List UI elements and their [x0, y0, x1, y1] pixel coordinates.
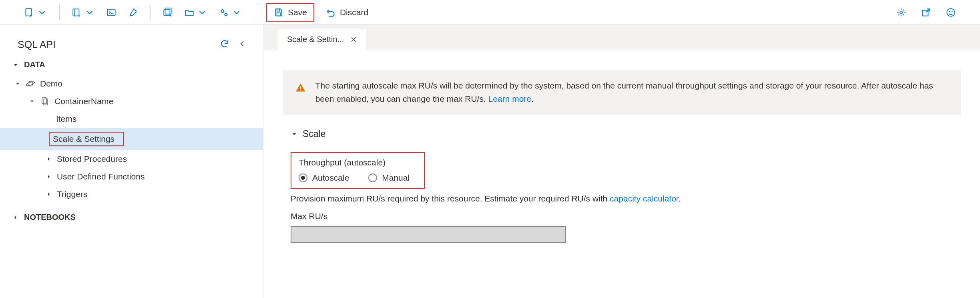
separator — [59, 5, 60, 20]
svg-point-11 — [947, 8, 955, 16]
discard-label: Discard — [340, 8, 368, 17]
scale-section-title: Scale — [303, 129, 326, 139]
desc-prefix: Provision maximum RU/s required by this … — [291, 194, 610, 203]
close-tab-icon[interactable]: ✕ — [350, 35, 357, 44]
svg-rect-0 — [26, 8, 31, 16]
chevron-down-icon — [197, 7, 207, 18]
tree-triggers[interactable]: Triggers — [0, 185, 263, 203]
clear-button[interactable] — [128, 7, 138, 18]
chevron-down-icon — [231, 7, 242, 18]
max-rus-input[interactable] — [291, 226, 566, 243]
radio-autoscale[interactable]: Autoscale — [299, 173, 349, 183]
settings-dropdown[interactable] — [219, 7, 242, 18]
tree-container[interactable]: ContainerName — [0, 93, 263, 110]
open-external-button[interactable] — [921, 7, 931, 18]
capacity-calculator-link[interactable]: capacity calculator — [610, 194, 679, 203]
undo-icon — [325, 7, 336, 18]
feedback-button[interactable] — [946, 7, 956, 18]
toolbar: Save Discard — [0, 0, 980, 25]
svg-rect-3 — [164, 9, 170, 15]
max-rus-label: Max RU/s — [291, 211, 961, 221]
scale-settings-highlight: Scale & Settings — [49, 132, 124, 146]
tree-udf-label: User Defined Functions — [57, 172, 145, 181]
svg-point-9 — [900, 11, 903, 14]
folder-icon — [184, 7, 195, 18]
collapse-button[interactable] — [237, 39, 247, 50]
chevron-down-icon — [84, 7, 95, 18]
separator — [254, 5, 254, 20]
svg-rect-1 — [73, 9, 79, 16]
discard-button[interactable]: Discard — [325, 7, 368, 18]
refresh-icon — [220, 39, 229, 48]
tree-items-label: Items — [56, 114, 76, 124]
svg-point-15 — [26, 81, 35, 87]
brush-icon — [128, 7, 138, 18]
terminal-icon — [106, 7, 116, 18]
folder-dropdown[interactable] — [184, 7, 207, 18]
section-data[interactable]: DATA — [0, 54, 263, 75]
sidebar: SQL API DATA Demo — [0, 25, 263, 298]
tree-scale-settings[interactable]: Scale & Settings — [0, 128, 263, 150]
svg-rect-4 — [165, 8, 171, 14]
learn-more-link[interactable]: Learn more — [488, 94, 531, 103]
smiley-icon — [946, 7, 956, 18]
tree-triggers-label: Triggers — [57, 189, 87, 199]
tab-scale-settings[interactable]: Scale & Settin... ✕ — [278, 28, 366, 50]
caret-right-icon — [46, 173, 52, 180]
svg-rect-17 — [43, 99, 48, 105]
save-label: Save — [288, 8, 307, 17]
radio-manual-label: Manual — [382, 173, 410, 183]
banner-message: The starting autoscale max RU/s will be … — [315, 79, 948, 105]
radio-manual[interactable]: Manual — [368, 173, 410, 183]
section-notebooks[interactable]: NOTEBOOKS — [0, 207, 263, 228]
scale-section-header[interactable]: Scale — [291, 129, 961, 139]
container-icon — [72, 7, 82, 18]
query-button[interactable] — [106, 7, 116, 18]
chevron-left-icon — [237, 39, 247, 48]
separator — [150, 5, 151, 20]
svg-rect-7 — [277, 9, 280, 11]
throughput-label: Throughput (autoscale) — [299, 158, 410, 167]
info-banner: The starting autoscale max RU/s will be … — [283, 70, 961, 115]
planet-icon — [26, 79, 35, 89]
tree-sp-label: Stored Procedures — [57, 154, 127, 164]
tree-stored-procedures[interactable]: Stored Procedures — [0, 150, 263, 168]
throughput-description: Provision maximum RU/s required by this … — [291, 194, 961, 203]
tree-scale-settings-label: Scale & Settings — [53, 134, 114, 143]
new-container-dropdown[interactable] — [72, 7, 95, 18]
collection-plus-icon — [163, 7, 173, 18]
caret-right-icon — [46, 156, 52, 162]
tree-database[interactable]: Demo — [0, 75, 263, 93]
caret-down-icon — [29, 98, 35, 105]
tree-udf[interactable]: User Defined Functions — [0, 168, 263, 185]
section-notebooks-label: NOTEBOOKS — [24, 213, 76, 222]
svg-rect-8 — [277, 13, 281, 16]
settings-button[interactable] — [896, 7, 906, 18]
radio-unchecked-icon — [368, 173, 377, 182]
content: Scale & Settin... ✕ The starting autosca… — [263, 25, 980, 298]
caret-down-icon — [291, 131, 298, 138]
external-link-icon — [921, 7, 931, 18]
tree-database-label: Demo — [40, 79, 62, 89]
new-item-dropdown[interactable] — [24, 7, 47, 18]
save-icon — [273, 7, 284, 18]
tab-bar: Scale & Settin... ✕ — [263, 25, 980, 50]
warning-icon — [295, 81, 306, 95]
banner-text: The starting autoscale max RU/s will be … — [315, 81, 933, 103]
gear-icon — [896, 7, 906, 18]
caret-down-icon — [12, 61, 19, 68]
radio-autoscale-label: Autoscale — [312, 173, 349, 183]
add-collection-button[interactable] — [163, 7, 173, 18]
svg-rect-16 — [42, 98, 46, 104]
save-button[interactable]: Save — [273, 5, 308, 20]
gears-icon — [219, 7, 229, 18]
new-document-icon — [24, 7, 34, 18]
svg-rect-2 — [107, 9, 115, 15]
refresh-button[interactable] — [220, 39, 229, 50]
svg-point-13 — [952, 11, 952, 12]
sidebar-title: SQL API — [18, 39, 56, 50]
caret-right-icon — [46, 191, 52, 197]
tree-items[interactable]: Items — [0, 110, 263, 128]
svg-rect-19 — [300, 90, 301, 91]
chevron-down-icon — [37, 7, 47, 18]
